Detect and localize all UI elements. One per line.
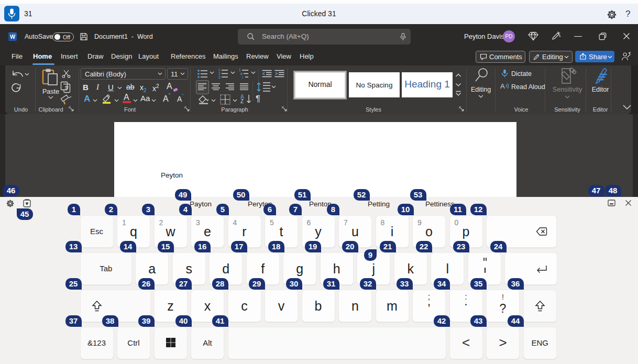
svg-text:W: W [10, 34, 15, 40]
svg-text:3: 3 [218, 75, 221, 79]
svg-text:A: A [500, 82, 505, 90]
svg-text:i: i [242, 75, 243, 79]
